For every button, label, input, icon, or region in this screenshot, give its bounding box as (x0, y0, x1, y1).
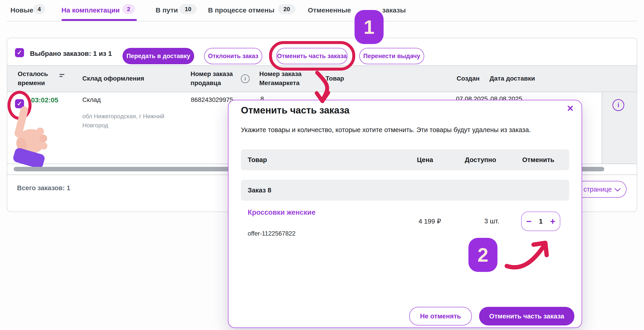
tabs-divider (7, 21, 638, 21)
col-mm-order: Номер заказаМегамаркета (259, 70, 302, 88)
warehouse-value: Склад (82, 96, 101, 104)
per-page-select[interactable]: странице (574, 181, 626, 198)
tab-picking-count: 2 (122, 4, 135, 14)
col-delivery-date: Дата доставки (490, 74, 535, 83)
seller-order-value: 868243029975 (191, 96, 233, 104)
tab-cancel-in-progress-count: 20 (278, 4, 295, 14)
select-all-checkbox[interactable]: ✓ (15, 48, 24, 57)
reschedule-pickup-button[interactable]: Перенести выдачу (359, 48, 424, 64)
minus-button[interactable]: − (526, 217, 532, 226)
submit-to-delivery-button[interactable]: Передать в доставку (122, 48, 194, 64)
tab-in-transit-count: 10 (180, 4, 197, 14)
total-orders-label: Всего заказов: 1 (17, 184, 70, 192)
tab-new-count: 4 (33, 4, 45, 14)
selected-orders-label: Выбрано заказов: 1 из 1 (30, 50, 112, 58)
decline-order-button[interactable]: Отклонить заказ (204, 48, 262, 64)
tab-in-transit[interactable]: В пути (156, 6, 178, 14)
modal-col-product: Товар (248, 156, 267, 164)
plus-button[interactable]: + (550, 217, 555, 226)
close-icon[interactable]: ✕ (565, 104, 575, 114)
annotation-ring-cancel-part-button (269, 41, 355, 71)
tab-new[interactable]: Новые (10, 6, 33, 14)
modal-table-header (241, 149, 569, 170)
annotation-step-2-badge: 2 (468, 238, 498, 272)
modal-order-group (241, 180, 569, 201)
tab-all-orders[interactable]: заказы (382, 6, 406, 14)
modal-order-group-label: Заказ 8 (248, 187, 271, 194)
col-created: Создан (457, 74, 480, 83)
do-not-cancel-button[interactable]: Не отменять (409, 307, 472, 325)
modal-col-price: Цена (417, 156, 433, 164)
confirm-cancel-part-button[interactable]: Отменить часть заказа (479, 307, 574, 325)
col-time-left[interactable]: Осталосьвремени (18, 70, 48, 88)
annotation-step-1-badge: 1 (354, 10, 384, 44)
product-available-qty: 3 шт. (484, 217, 499, 225)
col-warehouse: Склад оформления (82, 74, 144, 83)
tab-cancel-in-progress[interactable]: В процессе отмены (208, 6, 274, 14)
col-seller-order: Номер заказапродавца (190, 70, 233, 88)
time-left-value: 03:02:05 (31, 96, 58, 104)
chevron-down-icon (614, 185, 621, 192)
modal-col-available: Доступно (465, 156, 496, 164)
check-icon: ✓ (17, 49, 22, 56)
product-name-link[interactable]: Кроссовки женские (248, 208, 316, 216)
modal-title: Отменить часть заказа (241, 105, 349, 116)
sort-icon[interactable] (60, 74, 64, 78)
col-product: Товар (326, 74, 344, 83)
orders-page: Новые 4 На комплектации 2 В пути 10 В пр… (0, 0, 644, 330)
pointing-hand-illustration (6, 103, 53, 167)
modal-col-cancel: Отменить (522, 156, 554, 164)
cancel-qty-value: 1 (539, 217, 543, 225)
tab-cancelled[interactable]: Отмененные (308, 6, 351, 14)
product-offer-id: offer-1122567822 (248, 230, 296, 237)
product-price: 4 199 ₽ (418, 217, 441, 225)
warehouse-address: обл Нижегородская, г Нижний Новгород (82, 112, 171, 130)
seller-order-info-icon[interactable]: i (241, 75, 250, 83)
row-info-icon[interactable]: i (612, 99, 624, 111)
modal-subtitle: Укажите товары и количество, которые хот… (241, 126, 531, 134)
per-page-label: странице (584, 186, 612, 193)
cancel-qty-stepper: − 1 + (521, 211, 560, 231)
tab-picking[interactable]: На комплектации (62, 6, 120, 14)
active-tab-underline (62, 19, 137, 21)
